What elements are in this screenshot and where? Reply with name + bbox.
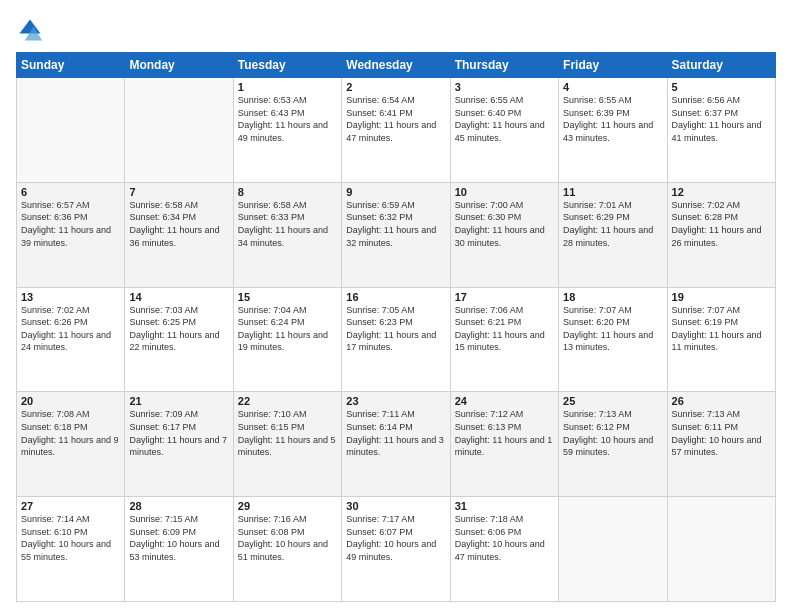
day-info: Sunrise: 7:18 AM Sunset: 6:06 PM Dayligh… (455, 513, 554, 563)
weekday-sunday: Sunday (17, 53, 125, 78)
calendar-cell: 18Sunrise: 7:07 AM Sunset: 6:20 PM Dayli… (559, 287, 667, 392)
calendar-cell: 4Sunrise: 6:55 AM Sunset: 6:39 PM Daylig… (559, 78, 667, 183)
day-info: Sunrise: 7:17 AM Sunset: 6:07 PM Dayligh… (346, 513, 445, 563)
day-number: 17 (455, 291, 554, 303)
day-number: 1 (238, 81, 337, 93)
logo-icon (16, 16, 44, 44)
calendar-cell: 9Sunrise: 6:59 AM Sunset: 6:32 PM Daylig… (342, 182, 450, 287)
day-number: 6 (21, 186, 120, 198)
day-number: 9 (346, 186, 445, 198)
day-number: 20 (21, 395, 120, 407)
calendar-cell: 17Sunrise: 7:06 AM Sunset: 6:21 PM Dayli… (450, 287, 558, 392)
calendar-cell (559, 497, 667, 602)
calendar-cell: 13Sunrise: 7:02 AM Sunset: 6:26 PM Dayli… (17, 287, 125, 392)
day-info: Sunrise: 7:01 AM Sunset: 6:29 PM Dayligh… (563, 199, 662, 249)
day-info: Sunrise: 7:12 AM Sunset: 6:13 PM Dayligh… (455, 408, 554, 458)
day-number: 21 (129, 395, 228, 407)
day-number: 31 (455, 500, 554, 512)
day-number: 18 (563, 291, 662, 303)
day-info: Sunrise: 7:15 AM Sunset: 6:09 PM Dayligh… (129, 513, 228, 563)
day-number: 13 (21, 291, 120, 303)
calendar-cell: 30Sunrise: 7:17 AM Sunset: 6:07 PM Dayli… (342, 497, 450, 602)
calendar-cell: 14Sunrise: 7:03 AM Sunset: 6:25 PM Dayli… (125, 287, 233, 392)
day-number: 8 (238, 186, 337, 198)
day-info: Sunrise: 7:02 AM Sunset: 6:28 PM Dayligh… (672, 199, 771, 249)
day-info: Sunrise: 6:57 AM Sunset: 6:36 PM Dayligh… (21, 199, 120, 249)
calendar-cell: 21Sunrise: 7:09 AM Sunset: 6:17 PM Dayli… (125, 392, 233, 497)
day-number: 14 (129, 291, 228, 303)
day-number: 29 (238, 500, 337, 512)
calendar-cell: 6Sunrise: 6:57 AM Sunset: 6:36 PM Daylig… (17, 182, 125, 287)
day-number: 22 (238, 395, 337, 407)
day-info: Sunrise: 6:55 AM Sunset: 6:40 PM Dayligh… (455, 94, 554, 144)
day-number: 24 (455, 395, 554, 407)
calendar-table: SundayMondayTuesdayWednesdayThursdayFrid… (16, 52, 776, 602)
calendar-cell: 12Sunrise: 7:02 AM Sunset: 6:28 PM Dayli… (667, 182, 775, 287)
weekday-thursday: Thursday (450, 53, 558, 78)
day-info: Sunrise: 7:13 AM Sunset: 6:12 PM Dayligh… (563, 408, 662, 458)
day-info: Sunrise: 7:05 AM Sunset: 6:23 PM Dayligh… (346, 304, 445, 354)
day-info: Sunrise: 7:02 AM Sunset: 6:26 PM Dayligh… (21, 304, 120, 354)
day-number: 26 (672, 395, 771, 407)
page: SundayMondayTuesdayWednesdayThursdayFrid… (0, 0, 792, 612)
calendar-cell (125, 78, 233, 183)
calendar-cell (17, 78, 125, 183)
day-info: Sunrise: 7:09 AM Sunset: 6:17 PM Dayligh… (129, 408, 228, 458)
calendar-cell: 7Sunrise: 6:58 AM Sunset: 6:34 PM Daylig… (125, 182, 233, 287)
day-number: 12 (672, 186, 771, 198)
calendar-cell: 25Sunrise: 7:13 AM Sunset: 6:12 PM Dayli… (559, 392, 667, 497)
calendar-cell: 15Sunrise: 7:04 AM Sunset: 6:24 PM Dayli… (233, 287, 341, 392)
day-info: Sunrise: 7:00 AM Sunset: 6:30 PM Dayligh… (455, 199, 554, 249)
calendar-cell: 3Sunrise: 6:55 AM Sunset: 6:40 PM Daylig… (450, 78, 558, 183)
day-info: Sunrise: 7:07 AM Sunset: 6:19 PM Dayligh… (672, 304, 771, 354)
day-number: 30 (346, 500, 445, 512)
calendar-cell: 5Sunrise: 6:56 AM Sunset: 6:37 PM Daylig… (667, 78, 775, 183)
calendar-body: 1Sunrise: 6:53 AM Sunset: 6:43 PM Daylig… (17, 78, 776, 602)
day-info: Sunrise: 6:54 AM Sunset: 6:41 PM Dayligh… (346, 94, 445, 144)
weekday-friday: Friday (559, 53, 667, 78)
calendar-week-4: 20Sunrise: 7:08 AM Sunset: 6:18 PM Dayli… (17, 392, 776, 497)
day-info: Sunrise: 7:06 AM Sunset: 6:21 PM Dayligh… (455, 304, 554, 354)
header (16, 16, 776, 44)
weekday-tuesday: Tuesday (233, 53, 341, 78)
calendar-header: SundayMondayTuesdayWednesdayThursdayFrid… (17, 53, 776, 78)
calendar-cell: 31Sunrise: 7:18 AM Sunset: 6:06 PM Dayli… (450, 497, 558, 602)
calendar-cell: 29Sunrise: 7:16 AM Sunset: 6:08 PM Dayli… (233, 497, 341, 602)
day-info: Sunrise: 7:04 AM Sunset: 6:24 PM Dayligh… (238, 304, 337, 354)
calendar-cell: 11Sunrise: 7:01 AM Sunset: 6:29 PM Dayli… (559, 182, 667, 287)
weekday-saturday: Saturday (667, 53, 775, 78)
calendar-cell: 16Sunrise: 7:05 AM Sunset: 6:23 PM Dayli… (342, 287, 450, 392)
calendar-cell: 1Sunrise: 6:53 AM Sunset: 6:43 PM Daylig… (233, 78, 341, 183)
logo (16, 16, 48, 44)
day-number: 3 (455, 81, 554, 93)
day-info: Sunrise: 7:16 AM Sunset: 6:08 PM Dayligh… (238, 513, 337, 563)
calendar-cell: 26Sunrise: 7:13 AM Sunset: 6:11 PM Dayli… (667, 392, 775, 497)
calendar-cell: 8Sunrise: 6:58 AM Sunset: 6:33 PM Daylig… (233, 182, 341, 287)
weekday-wednesday: Wednesday (342, 53, 450, 78)
day-info: Sunrise: 6:59 AM Sunset: 6:32 PM Dayligh… (346, 199, 445, 249)
day-info: Sunrise: 7:03 AM Sunset: 6:25 PM Dayligh… (129, 304, 228, 354)
day-number: 27 (21, 500, 120, 512)
day-number: 4 (563, 81, 662, 93)
day-info: Sunrise: 6:58 AM Sunset: 6:33 PM Dayligh… (238, 199, 337, 249)
day-info: Sunrise: 6:56 AM Sunset: 6:37 PM Dayligh… (672, 94, 771, 144)
svg-marker-0 (20, 20, 41, 34)
calendar-cell: 22Sunrise: 7:10 AM Sunset: 6:15 PM Dayli… (233, 392, 341, 497)
day-number: 23 (346, 395, 445, 407)
day-info: Sunrise: 7:13 AM Sunset: 6:11 PM Dayligh… (672, 408, 771, 458)
day-number: 7 (129, 186, 228, 198)
calendar-cell: 2Sunrise: 6:54 AM Sunset: 6:41 PM Daylig… (342, 78, 450, 183)
day-number: 16 (346, 291, 445, 303)
calendar-cell (667, 497, 775, 602)
day-info: Sunrise: 7:11 AM Sunset: 6:14 PM Dayligh… (346, 408, 445, 458)
day-number: 10 (455, 186, 554, 198)
day-info: Sunrise: 6:55 AM Sunset: 6:39 PM Dayligh… (563, 94, 662, 144)
day-info: Sunrise: 6:58 AM Sunset: 6:34 PM Dayligh… (129, 199, 228, 249)
calendar-cell: 20Sunrise: 7:08 AM Sunset: 6:18 PM Dayli… (17, 392, 125, 497)
day-number: 5 (672, 81, 771, 93)
day-info: Sunrise: 7:08 AM Sunset: 6:18 PM Dayligh… (21, 408, 120, 458)
day-info: Sunrise: 7:14 AM Sunset: 6:10 PM Dayligh… (21, 513, 120, 563)
weekday-header-row: SundayMondayTuesdayWednesdayThursdayFrid… (17, 53, 776, 78)
calendar-cell: 19Sunrise: 7:07 AM Sunset: 6:19 PM Dayli… (667, 287, 775, 392)
day-info: Sunrise: 6:53 AM Sunset: 6:43 PM Dayligh… (238, 94, 337, 144)
